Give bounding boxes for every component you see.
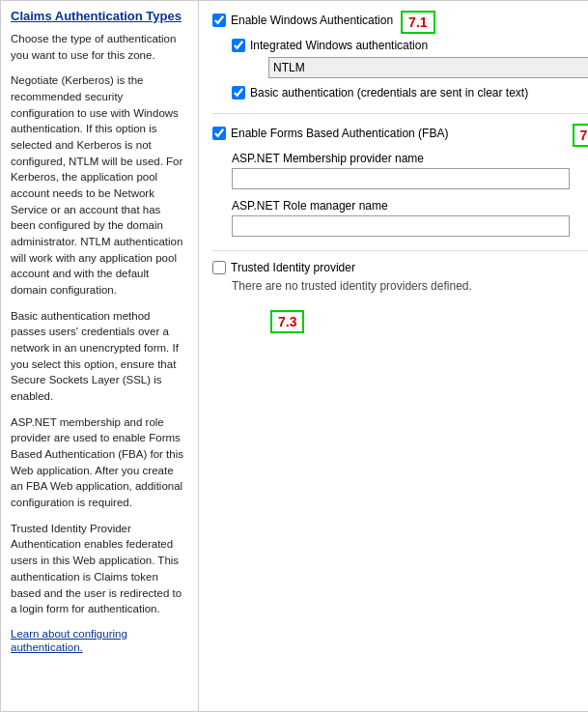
enable-windows-auth-label: Enable Windows Authentication	[231, 14, 393, 27]
sidebar: Claims Authentication Types Choose the t…	[1, 1, 199, 711]
learn-more-link[interactable]: Learn about configuring authentication.	[11, 628, 127, 653]
sidebar-para-2: Negotiate (Kerberos) is the recommended …	[11, 72, 188, 298]
divider-1	[212, 113, 588, 114]
trusted-idp-label: Trusted Identity provider	[231, 261, 355, 274]
main-container: Claims Authentication Types Choose the t…	[0, 0, 588, 712]
basic-auth-row: Basic authentication (credentials are se…	[232, 86, 588, 100]
membership-field-block: ASP.NET Membership provider name	[232, 152, 588, 189]
integrated-windows-indent: Integrated Windows authentication NTLM N…	[232, 39, 588, 78]
sidebar-title: Claims Authentication Types	[11, 9, 188, 23]
basic-auth-indent: Basic authentication (credentials are se…	[232, 86, 588, 100]
role-field-block: ASP.NET Role manager name	[232, 199, 588, 237]
role-label: ASP.NET Role manager name	[232, 199, 588, 213]
enable-fba-label: Enable Forms Based Authentication (FBA)	[231, 127, 448, 140]
membership-input[interactable]	[232, 168, 570, 189]
fba-header-row: Enable Forms Based Authentication (FBA) …	[212, 124, 588, 147]
basic-auth-checkbox[interactable]	[232, 86, 245, 100]
trusted-section: Trusted Identity provider There are no t…	[212, 261, 588, 333]
badge-72: 7.2	[573, 124, 588, 147]
sidebar-para-5: Trusted Identity Provider Authentication…	[11, 521, 188, 617]
windows-auth-row: Enable Windows Authentication	[212, 14, 393, 27]
windows-auth-section: Enable Windows Authentication 7.1 Integr…	[212, 11, 588, 100]
integrated-windows-row: Integrated Windows authentication	[232, 39, 588, 52]
sidebar-para-1: Choose the type of authentication you wa…	[11, 31, 188, 63]
divider-2	[212, 250, 588, 251]
enable-windows-auth-checkbox[interactable]	[212, 14, 226, 27]
badge-71: 7.1	[401, 11, 434, 34]
integrated-windows-checkbox[interactable]	[232, 39, 245, 52]
fba-fields-indent: ASP.NET Membership provider name ASP.NET…	[232, 152, 588, 237]
membership-label: ASP.NET Membership provider name	[232, 152, 588, 165]
trusted-idp-checkbox[interactable]	[212, 261, 226, 274]
main-panel: Enable Windows Authentication 7.1 Integr…	[199, 1, 588, 711]
sidebar-para-3: Basic authentication method passes users…	[11, 308, 188, 405]
trusted-row: Trusted Identity provider	[212, 261, 588, 274]
windows-auth-header-row: Enable Windows Authentication 7.1	[212, 11, 588, 34]
ntlm-select-row: NTLM Negotiate (Kerberos)	[268, 57, 588, 78]
enable-fba-checkbox[interactable]	[212, 127, 226, 140]
fba-row: Enable Forms Based Authentication (FBA)	[212, 127, 448, 140]
fba-section: Enable Forms Based Authentication (FBA) …	[212, 124, 588, 237]
trusted-message: There are no trusted identity providers …	[232, 279, 588, 293]
badge-73: 7.3	[270, 310, 304, 333]
ntlm-select[interactable]: NTLM Negotiate (Kerberos)	[268, 57, 588, 78]
sidebar-para-4: ASP.NET membership and role provider are…	[11, 414, 188, 511]
integrated-windows-label: Integrated Windows authentication	[250, 39, 428, 52]
role-input[interactable]	[232, 215, 570, 237]
basic-auth-label: Basic authentication (credentials are se…	[250, 86, 528, 100]
